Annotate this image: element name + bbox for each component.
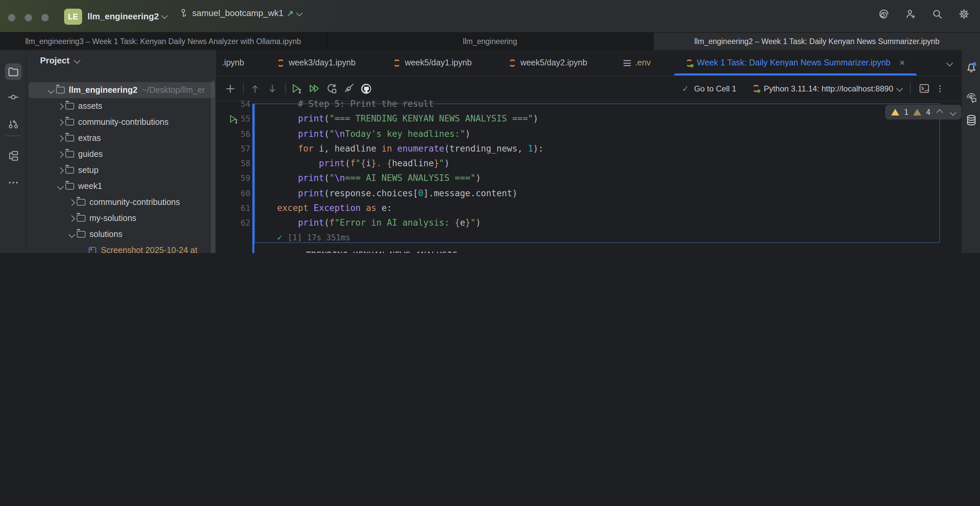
git-branch-icon <box>179 8 189 18</box>
editor-tab-bar: .ipynbweek3/day1.ipynbweek5/day1.ipynbwe… <box>217 50 961 76</box>
tree-item-label: week1 <box>78 181 102 191</box>
check-icon: ✓ <box>277 232 282 242</box>
run-all-icon[interactable] <box>309 83 320 94</box>
tree-item-label: extras <box>78 134 101 143</box>
minimize-window-icon <box>25 14 32 21</box>
inspections-widget[interactable]: 1 4 <box>885 105 961 119</box>
window-controls[interactable] <box>8 14 49 21</box>
chevron-right-icon[interactable] <box>57 103 64 110</box>
chevron-right-icon[interactable] <box>57 119 64 126</box>
code-line[interactable]: print(f"{i}. {headline}") <box>277 156 543 171</box>
tree-item-community-contributions[interactable]: community-contributions <box>27 114 217 130</box>
jupyter-file-icon <box>393 59 401 67</box>
chevron-right-icon[interactable] <box>57 167 64 173</box>
tree-item-community-contributions[interactable]: community-contributions <box>27 194 217 210</box>
tree-item-screenshot-2025-10-24-at[interactable]: Screenshot 2025-10-24 at <box>27 242 217 253</box>
chevron-down-icon <box>296 10 302 16</box>
kebab-menu-icon[interactable] <box>935 83 945 94</box>
folder-icon <box>65 103 74 110</box>
run-cell-icon[interactable] <box>291 83 302 94</box>
editor-tab-label: .ipynb <box>222 58 244 67</box>
chevron-right-icon[interactable] <box>68 215 75 222</box>
run-line-icon[interactable] <box>229 114 239 124</box>
chevron-down-icon[interactable] <box>48 87 54 94</box>
hidden-tabs-chevron-icon[interactable] <box>946 59 953 66</box>
tree-item-llm-engineering2[interactable]: llm_engineering2~/Desktop/llm_er <box>29 82 215 98</box>
tree-item-label: solutions <box>89 230 123 239</box>
more-icon[interactable] <box>7 177 19 188</box>
add-cell-icon[interactable] <box>224 83 235 94</box>
settings-gear-icon[interactable] <box>959 9 969 19</box>
window-tab[interactable]: llm_engineering3 – Week 1 Task: Kenyan D… <box>0 33 327 50</box>
tree-item-assets[interactable]: assets <box>27 98 217 114</box>
cell-code[interactable]: # Step 5: Print the result print("=== TR… <box>277 97 543 231</box>
branch-widget[interactable]: samuel_bootcamp_wk1 ↗ <box>179 8 301 18</box>
database-icon[interactable] <box>965 114 977 126</box>
chevron-down-icon[interactable] <box>68 231 75 238</box>
chevron-right-icon[interactable] <box>57 135 64 142</box>
ai-chat-icon[interactable] <box>965 91 977 103</box>
pull-requests-icon[interactable] <box>7 118 19 129</box>
panel-title[interactable]: Project <box>40 56 69 65</box>
tree-item-week1[interactable]: week1 <box>27 178 217 194</box>
clear-outputs-icon[interactable] <box>343 83 355 94</box>
jupyter-console-icon[interactable] <box>919 83 930 94</box>
folder-icon <box>65 119 74 126</box>
editor-tab[interactable]: week5/day2.ipynb <box>495 50 601 75</box>
jupyter-file-icon <box>277 59 285 67</box>
project-folder-icon[interactable] <box>5 64 21 80</box>
tree-item-my-solutions[interactable]: my-solutions <box>27 210 217 226</box>
notebook-body: 545556575859606162 # Step 5: Print the r… <box>217 102 961 253</box>
move-cell-up-icon[interactable] <box>249 83 260 94</box>
tree-item-guides[interactable]: guides <box>27 146 217 162</box>
github-icon[interactable] <box>361 83 372 94</box>
close-tab-icon[interactable]: ✕ <box>899 59 905 67</box>
project-switcher[interactable]: llm_engineering2 <box>88 11 159 21</box>
chevron-down-icon[interactable] <box>950 109 956 116</box>
zoom-window-icon <box>41 14 49 21</box>
code-line[interactable]: print(response.choices[0].message.conten… <box>277 186 543 201</box>
tree-item-solutions[interactable]: solutions <box>27 226 217 242</box>
folder-icon <box>76 199 85 205</box>
add-user-icon[interactable] <box>905 9 916 19</box>
editor-tab-label: week5/day2.ipynb <box>520 58 587 67</box>
editor-tab[interactable]: week3/day1.ipynb <box>264 50 369 75</box>
notifications-bell-icon[interactable] <box>965 61 977 73</box>
editor-tab[interactable]: week5/day1.ipynb <box>380 50 485 75</box>
structure-icon[interactable] <box>7 150 19 162</box>
tree-scrollbar[interactable] <box>211 81 215 253</box>
ide-window: LE llm_engineering2 samuel_bootcamp_wk1 … <box>0 0 980 253</box>
editor-tab[interactable]: .ipynb <box>217 50 249 75</box>
search-icon[interactable] <box>932 9 943 19</box>
tree-item-label: setup <box>78 165 99 175</box>
chevron-down-icon[interactable] <box>57 183 64 189</box>
chevron-right-icon[interactable] <box>68 199 75 205</box>
chevron-right-icon[interactable] <box>57 151 64 158</box>
jupyter-icon <box>752 85 760 92</box>
code-line[interactable]: except Exception as e: <box>277 201 543 216</box>
commit-icon[interactable] <box>7 91 19 103</box>
code-line[interactable]: # Step 5: Print the result <box>277 97 543 112</box>
window-tab[interactable]: llm_engineering2 – Week 1 Task: Daily Ke… <box>654 33 980 50</box>
code-line[interactable]: print("\n=== AI NEWS ANALYSIS ===") <box>277 171 543 186</box>
code-line[interactable]: print("\nToday's key headlines:") <box>277 126 543 142</box>
tree-item-label: Screenshot 2025-10-24 at <box>101 246 197 253</box>
move-cell-down-icon[interactable] <box>266 83 278 94</box>
tree-item-setup[interactable]: setup <box>27 162 217 178</box>
restart-kernel-icon[interactable] <box>326 83 337 94</box>
ai-assistant-icon[interactable] <box>878 9 889 19</box>
chevron-up-icon[interactable] <box>936 109 943 116</box>
execution-status: ✓[1] 17s 351ms <box>277 232 350 242</box>
editor-tab[interactable]: Week 1 Task: Daily Kenyan News Summarize… <box>670 50 921 75</box>
weak-warning-count: 4 <box>926 107 931 117</box>
code-line[interactable]: for i, headline in enumerate(trending_ne… <box>277 142 543 156</box>
code-line[interactable]: print(f"Error in AI analysis: {e}") <box>277 216 543 231</box>
window-tab[interactable]: llm_engineering <box>327 33 654 50</box>
tree-item-extras[interactable]: extras <box>27 130 217 146</box>
tree-item-label: community-contributions <box>89 197 180 207</box>
chevron-down-icon[interactable] <box>74 57 80 64</box>
go-to-cell[interactable]: ✓Go to Cell 1 <box>682 84 737 93</box>
editor-tab[interactable]: .env <box>612 50 662 75</box>
code-line[interactable]: print("=== TRENDING KENYAN NEWS ANALYSIS… <box>277 112 543 127</box>
kernel-selector[interactable]: Python 3.11.14: http://localhost:8890 <box>752 84 902 93</box>
